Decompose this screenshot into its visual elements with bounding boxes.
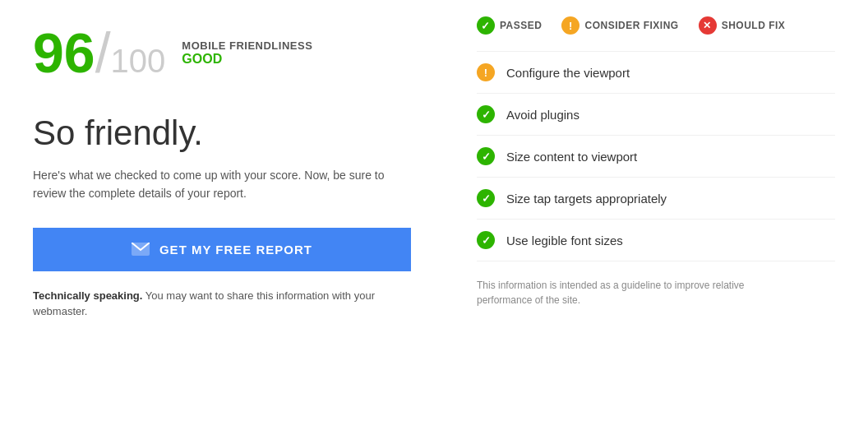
legible-font-label: Use legible font sizes (506, 234, 623, 247)
size-content-icon (477, 147, 495, 165)
size-tap-label: Size tap targets appropriately (506, 192, 667, 206)
footnote-bold: Technically speaking. (33, 289, 142, 302)
check-item-avoid-plugins: Avoid plugins (477, 94, 835, 136)
legend-consider-label: CONSIDER FIXING (584, 20, 678, 31)
checks-list: Configure the viewportAvoid pluginsSize … (477, 51, 835, 261)
page-container: 96 / 100 MOBILE FRIENDLINESS GOOD So fri… (0, 0, 868, 444)
score-section: 96 / 100 MOBILE FRIENDLINESS GOOD (33, 25, 411, 81)
score-value: 96 (33, 25, 95, 81)
cta-button[interactable]: GET MY FREE REPORT (33, 228, 411, 271)
page-heading: So friendly. (33, 113, 411, 153)
check-item-legible-font: Use legible font sizes (477, 220, 835, 261)
score-category: MOBILE FRIENDLINESS (182, 39, 312, 52)
check-item-size-content: Size content to viewport (477, 136, 835, 178)
mail-icon (132, 243, 150, 256)
legend: PASSED CONSIDER FIXING SHOULD FIX (477, 16, 835, 35)
legible-font-icon (477, 231, 495, 249)
configure-viewport-label: Configure the viewport (506, 66, 630, 80)
score-separator: / (95, 25, 111, 81)
score-display: 96 / 100 (33, 25, 165, 81)
size-content-label: Size content to viewport (506, 150, 637, 164)
avoid-plugins-label: Avoid plugins (506, 108, 579, 122)
score-max: 100 (111, 43, 166, 80)
check-item-configure-viewport: Configure the viewport (477, 51, 835, 94)
consider-icon (561, 16, 579, 35)
size-tap-icon (477, 189, 495, 207)
left-panel: 96 / 100 MOBILE FRIENDLINESS GOOD So fri… (0, 0, 444, 444)
footnote: Technically speaking. You may want to sh… (33, 288, 411, 320)
legend-passed-label: PASSED (500, 20, 542, 31)
score-label: MOBILE FRIENDLINESS GOOD (182, 39, 312, 67)
legend-should-label: SHOULD FIX (722, 20, 786, 31)
avoid-plugins-icon (477, 105, 495, 123)
legend-should: SHOULD FIX (699, 16, 786, 35)
score-rating: GOOD (182, 52, 312, 67)
legend-passed: PASSED (477, 16, 542, 35)
right-panel: PASSED CONSIDER FIXING SHOULD FIX Config… (444, 0, 868, 444)
should-icon (699, 16, 717, 35)
page-description: Here's what we checked to come up with y… (33, 166, 411, 203)
configure-viewport-icon (477, 63, 495, 81)
legend-consider: CONSIDER FIXING (561, 16, 678, 35)
cta-label: GET MY FREE REPORT (159, 243, 312, 257)
passed-icon (477, 16, 495, 35)
check-item-size-tap: Size tap targets appropriately (477, 178, 835, 220)
info-text: This information is intended as a guidel… (477, 278, 789, 308)
